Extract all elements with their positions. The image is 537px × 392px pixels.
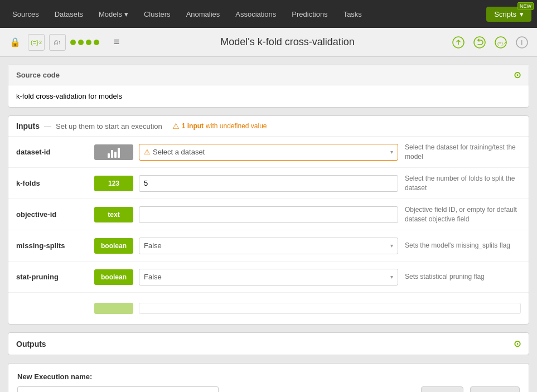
input-control-stat-pruning: False ▾ — [139, 269, 398, 285]
top-navigation: Sources Datasets Models ▾ Clusters Anoma… — [0, 0, 537, 28]
input-row-objective-id: objective-id text Objective field ID, or… — [8, 199, 529, 230]
nav-tasks[interactable]: Tasks — [337, 7, 369, 22]
warning-text: with undefined value — [206, 122, 267, 130]
warning-icon: ⚠ — [172, 122, 180, 130]
input-control-missing-splits: False ▾ — [139, 238, 398, 254]
status-dot — [86, 40, 91, 45]
input-row-dataset-id: dataset-id ⚠ Select a dataset ▾ Select t… — [8, 137, 529, 168]
source-code-description: k-fold cross-validation for models — [16, 92, 122, 100]
input-description-dataset: Select the dataset for training/test the… — [398, 143, 521, 162]
input-name-k-folds: k-folds — [16, 179, 94, 187]
stat-pruning-select[interactable]: False ▾ — [139, 269, 398, 285]
objective-id-input[interactable] — [139, 206, 398, 223]
chevron-down-icon: ▾ — [520, 10, 524, 18]
input-control-dataset-id: ⚠ Select a dataset ▾ — [139, 144, 398, 161]
nav-sources[interactable]: Sources — [6, 7, 46, 22]
toolbar: 🔒 (=} 2 ⎙↑ ≡ Model's k-fold cross-valida… — [0, 28, 537, 57]
nav-datasets[interactable]: Datasets — [48, 7, 90, 22]
svg-point-1 — [474, 37, 485, 48]
chevron-down-icon: ▾ — [124, 10, 128, 18]
select-value: False — [144, 273, 162, 281]
inputs-subtitle: Set up them to start an execution — [56, 122, 162, 130]
input-description-missing-splits: Sets the model's missing_splits flag — [398, 241, 521, 250]
input-row-missing-splits: missing-splits boolean False ▾ Sets the … — [8, 230, 529, 262]
source-code-header: Source code ⊙ — [8, 65, 529, 85]
nav-anomalies[interactable]: Anomalies — [180, 7, 227, 22]
execution-label: New Execution name: — [17, 372, 520, 381]
source-code-section: Source code ⊙ k-fold cross-validation fo… — [8, 65, 529, 108]
svg-text:i: i — [521, 39, 523, 47]
select-value: False — [144, 241, 162, 250]
nav-models[interactable]: Models ▾ — [92, 7, 135, 22]
nav-associations[interactable]: Associations — [229, 7, 283, 22]
outputs-label: Outputs — [16, 340, 46, 349]
reset-button[interactable]: Reset — [421, 386, 463, 392]
input-description-objective: Objective field ID, or empty for default… — [398, 205, 521, 224]
badge-stat-pruning: boolean — [94, 269, 133, 285]
select-value: Select a dataset — [153, 148, 205, 156]
badge-k-folds: 123 — [94, 176, 133, 191]
status-dot — [70, 40, 76, 45]
execute-button[interactable]: Execute — [470, 386, 520, 392]
scripts-button[interactable]: Scripts ▾ NEW — [486, 7, 531, 22]
outputs-collapse-icon[interactable]: ⊙ — [514, 338, 521, 349]
menu-icon[interactable]: ≡ — [108, 34, 125, 51]
source-code-body: k-fold cross-validation for models — [8, 85, 529, 107]
input-description-stat-pruning: Sets statistical pruning flag — [398, 272, 521, 282]
select-arrow: ▾ — [390, 274, 393, 280]
input-name-dataset-id: dataset-id — [16, 148, 94, 156]
collapse-icon[interactable]: ⊙ — [514, 70, 521, 80]
missing-splits-select[interactable]: False ▾ — [139, 238, 398, 254]
input-control-k-folds — [139, 175, 398, 192]
warning-prefix: ⚠ — [144, 148, 151, 156]
status-dot — [78, 40, 84, 45]
info-icon[interactable]: i — [514, 34, 530, 51]
execute-icon[interactable]: (=}↗ — [492, 34, 509, 51]
input-name-stat-pruning: stat-pruning — [16, 273, 94, 281]
warning-count: 1 input — [182, 122, 204, 130]
badge-missing-splits: boolean — [94, 238, 133, 254]
partial-select[interactable] — [139, 303, 521, 314]
inputs-warning: ⚠ 1 input with undefined value — [172, 122, 267, 130]
execution-name-input[interactable] — [17, 386, 219, 392]
lock-icon[interactable]: 🔒 — [7, 34, 23, 51]
page-title: Model's k-fold cross-validation — [129, 36, 446, 48]
badge-partial — [94, 303, 133, 314]
source-icon[interactable]: ⎙↑ — [49, 34, 66, 51]
upload-icon[interactable] — [450, 34, 467, 51]
input-description-k-folds: Select the number of folds to split the … — [398, 174, 521, 193]
script-icon[interactable]: (=} 2 — [28, 34, 45, 51]
nav-clusters[interactable]: Clusters — [137, 7, 177, 22]
badge-objective-id: text — [94, 207, 133, 222]
k-folds-input[interactable] — [139, 175, 398, 192]
input-control-objective-id — [139, 206, 398, 223]
input-row-k-folds: k-folds 123 Select the number of folds t… — [8, 168, 529, 199]
select-arrow: ▾ — [390, 243, 393, 249]
status-dots — [70, 40, 99, 45]
outputs-header: Outputs ⊙ — [8, 333, 529, 355]
input-row-stat-pruning: stat-pruning boolean False ▾ Sets statis… — [8, 262, 529, 293]
input-row-partial — [8, 293, 529, 324]
select-arrow: ▾ — [390, 149, 393, 155]
refresh-icon[interactable] — [471, 34, 488, 51]
input-name-missing-splits: missing-splits — [16, 241, 94, 250]
nav-predictions[interactable]: Predictions — [285, 7, 334, 22]
status-dot — [94, 40, 99, 45]
svg-text:(=}↗: (=}↗ — [497, 41, 507, 46]
inputs-header: Inputs — Set up them to start an executi… — [8, 116, 529, 137]
main-content: Source code ⊙ k-fold cross-validation fo… — [0, 57, 537, 392]
execution-section: New Execution name: Reset Execute — [8, 363, 529, 392]
new-badge: NEW — [517, 2, 534, 10]
inputs-label: Inputs — [16, 122, 40, 130]
execution-row: Reset Execute — [17, 386, 520, 392]
outputs-section: Outputs ⊙ — [8, 332, 529, 355]
input-name-objective-id: objective-id — [16, 210, 94, 219]
dataset-select[interactable]: ⚠ Select a dataset ▾ — [139, 144, 398, 161]
badge-dataset-id — [94, 144, 133, 160]
inputs-section: Inputs — Set up them to start an executi… — [8, 115, 529, 325]
